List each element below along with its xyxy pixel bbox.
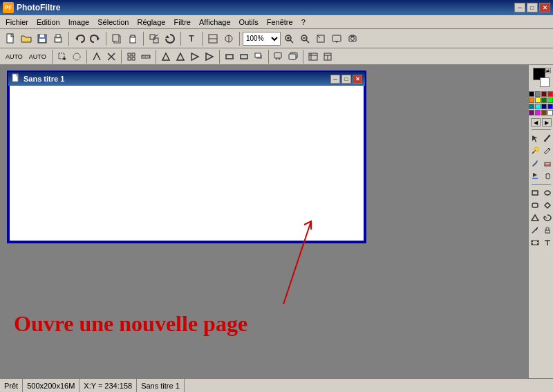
- close-button[interactable]: ✕: [539, 3, 550, 12]
- screen-button[interactable]: [329, 31, 344, 46]
- ellipse-tool[interactable]: [542, 187, 553, 198]
- app-title-bar: PF PhotoFiltre ─ □ ✕: [0, 0, 553, 15]
- menu-item-image[interactable]: Image: [64, 17, 94, 28]
- palette-color-2[interactable]: [541, 91, 547, 97]
- hand-tool[interactable]: [542, 170, 553, 181]
- fill-tool[interactable]: [529, 170, 541, 181]
- print-button[interactable]: [50, 31, 66, 46]
- svg-line-22: [290, 40, 293, 43]
- svg-marker-84: [532, 215, 538, 221]
- transform1[interactable]: [90, 50, 104, 64]
- palette-color-3[interactable]: [547, 91, 553, 97]
- rect-outline[interactable]: [223, 50, 236, 64]
- palette-color-1[interactable]: [535, 91, 541, 97]
- resize-button[interactable]: [147, 31, 162, 46]
- right-tool-panel: ⇄ ◀ ▶: [528, 65, 553, 378]
- menu-item-fentre[interactable]: Fenêtre: [263, 17, 297, 28]
- triangle-tool[interactable]: [529, 212, 541, 223]
- palette-color-8[interactable]: [529, 104, 534, 109]
- paste-button[interactable]: [125, 31, 140, 46]
- palette-left-btn[interactable]: ◀: [531, 118, 541, 127]
- palette-color-11[interactable]: [547, 104, 553, 109]
- svg-rect-6: [56, 39, 60, 41]
- rect-tool[interactable]: [529, 187, 541, 198]
- palette-nav: ◀ ▶: [531, 118, 552, 127]
- menu-item-[interactable]: ?: [297, 17, 310, 28]
- rotate-button[interactable]: [162, 31, 178, 46]
- palette-right-btn[interactable]: ▶: [542, 118, 552, 127]
- open-button[interactable]: [19, 31, 34, 46]
- cursor-tool[interactable]: [529, 133, 541, 144]
- diamond-tool[interactable]: [542, 200, 553, 211]
- ruler-btn[interactable]: [139, 50, 153, 64]
- doc-minimize-btn[interactable]: ─: [330, 75, 340, 84]
- background-color[interactable]: [540, 77, 550, 87]
- document-canvas[interactable]: [8, 86, 365, 242]
- pencil-tool[interactable]: [542, 145, 553, 156]
- effect2-button[interactable]: [221, 31, 236, 46]
- palette-color-6[interactable]: [541, 97, 547, 103]
- history-btn[interactable]: [306, 50, 320, 64]
- arrow-tool[interactable]: [529, 225, 541, 236]
- triangle1[interactable]: [159, 50, 173, 64]
- eyedropper-tool[interactable]: [542, 133, 553, 144]
- triangle3[interactable]: [188, 50, 202, 64]
- triangle4[interactable]: [203, 50, 216, 64]
- palette-color-9[interactable]: [535, 104, 541, 109]
- menu-item-edition[interactable]: Edition: [32, 17, 64, 28]
- text-btn[interactable]: [542, 237, 553, 248]
- save-button[interactable]: [35, 31, 50, 46]
- sel-tool2[interactable]: [70, 50, 84, 64]
- magic-wand-tool[interactable]: [529, 145, 541, 156]
- menu-item-rglage[interactable]: Réglage: [133, 17, 170, 28]
- palette-color-0[interactable]: [529, 91, 534, 97]
- zoom-fit-button[interactable]: [313, 31, 328, 46]
- palette-color-15[interactable]: [547, 110, 553, 115]
- palette-color-14[interactable]: [541, 110, 547, 115]
- toolbar-1: T 100% 50% 200% 25%: [0, 29, 553, 48]
- monitor2-btn[interactable]: [286, 50, 300, 64]
- shadow-btn[interactable]: [252, 50, 265, 64]
- new-button[interactable]: [3, 31, 18, 46]
- menu-item-outils[interactable]: Outils: [235, 17, 263, 28]
- menu-item-affichage[interactable]: Affichage: [195, 17, 235, 28]
- monitor-btn[interactable]: [272, 50, 285, 64]
- film-tool[interactable]: [529, 237, 541, 248]
- triangle2[interactable]: [174, 50, 187, 64]
- copy-button[interactable]: [109, 31, 124, 46]
- palette-color-10[interactable]: [541, 104, 547, 109]
- transform2[interactable]: [104, 50, 118, 64]
- palette-color-4[interactable]: [529, 97, 534, 103]
- swap-colors[interactable]: ⇄: [545, 68, 551, 73]
- doc-close-btn[interactable]: ✕: [353, 75, 362, 84]
- palette-color-13[interactable]: [535, 110, 541, 115]
- zoom-in-button[interactable]: [281, 31, 297, 46]
- text-tool-button[interactable]: T: [184, 31, 199, 46]
- palette-color-5[interactable]: [535, 97, 541, 103]
- eraser-tool[interactable]: [542, 158, 553, 169]
- zoom-out-button[interactable]: [297, 31, 312, 46]
- minimize-button[interactable]: ─: [514, 3, 525, 12]
- capture-button[interactable]: [345, 31, 360, 46]
- sel-tool1[interactable]: [55, 50, 69, 64]
- svg-rect-41: [128, 57, 131, 60]
- info-btn[interactable]: [321, 50, 335, 64]
- palette-color-12[interactable]: [529, 110, 534, 115]
- palette-color-7[interactable]: [547, 97, 553, 103]
- redo-button[interactable]: [88, 31, 103, 46]
- undo-button[interactable]: [72, 31, 87, 46]
- menu-item-fichier[interactable]: Fichier: [1, 17, 32, 28]
- stamp-tool[interactable]: [542, 225, 553, 236]
- svg-line-29: [317, 35, 320, 38]
- brush-tool[interactable]: [529, 158, 541, 169]
- menu-item-slection[interactable]: Sélection: [93, 17, 133, 28]
- zoom-select[interactable]: 100% 50% 200% 25%: [243, 32, 281, 46]
- lasso-tool[interactable]: [542, 212, 553, 223]
- rect-fill[interactable]: [237, 50, 251, 64]
- doc-maximize-btn[interactable]: □: [341, 75, 351, 84]
- grid-btn[interactable]: [124, 50, 138, 64]
- menu-item-filtre[interactable]: Filtre: [169, 17, 194, 28]
- effect1-button[interactable]: [205, 31, 221, 46]
- rounded-rect-tool[interactable]: [529, 200, 541, 211]
- maximize-button[interactable]: □: [527, 3, 538, 12]
